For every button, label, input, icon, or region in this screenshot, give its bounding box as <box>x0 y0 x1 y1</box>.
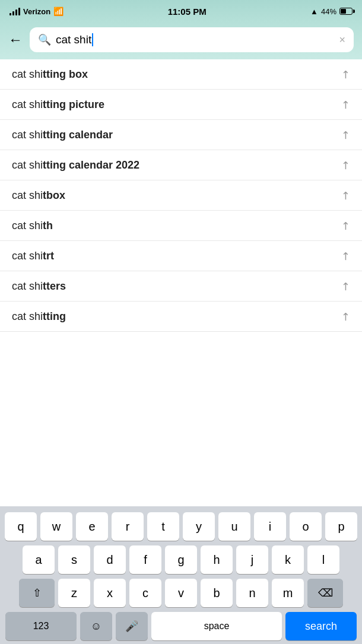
list-item[interactable]: cat shith ↗ <box>0 211 362 241</box>
key-w[interactable]: w <box>40 512 72 541</box>
keyboard-row-2: a s d f g h j k l <box>2 545 360 574</box>
numbers-key[interactable]: 123 <box>5 612 77 640</box>
key-g[interactable]: g <box>165 545 197 574</box>
keyboard-row-4: 123 ☺ 🎤 space search <box>2 612 360 640</box>
key-r[interactable]: r <box>112 512 144 541</box>
search-box[interactable]: 🔍 cat shit × <box>30 27 354 52</box>
text-cursor <box>92 33 93 46</box>
list-item[interactable]: cat shitting picture ↗ <box>0 90 362 120</box>
suggestion-text: cat shitting picture <box>12 99 104 111</box>
list-item[interactable]: cat shitting box ↗ <box>0 59 362 90</box>
carrier-label: Verizon <box>23 7 50 16</box>
keyboard-row-3: ⇧ z x c v b n m ⌫ <box>2 579 360 607</box>
search-input[interactable]: cat shit <box>56 33 334 46</box>
key-c[interactable]: c <box>129 579 161 607</box>
key-b[interactable]: b <box>201 579 233 607</box>
keyboard-row-1: q w e r t y u i o p <box>2 512 360 541</box>
suggestion-text: cat shitters <box>12 280 66 293</box>
key-s[interactable]: s <box>58 545 90 574</box>
suggestion-text: cat shitting <box>12 310 66 323</box>
key-t[interactable]: t <box>147 512 179 541</box>
key-n[interactable]: n <box>236 579 268 607</box>
suggestion-text: cat shitting calendar <box>12 129 113 141</box>
key-i[interactable]: i <box>254 512 286 541</box>
suggestion-text: cat shitrt <box>12 250 54 262</box>
status-right: ▲ 44% <box>310 7 353 16</box>
list-item[interactable]: cat shitting calendar 2022 ↗ <box>0 150 362 180</box>
arrow-icon: ↗ <box>338 309 353 324</box>
key-v[interactable]: v <box>165 579 197 607</box>
signal-bars-icon <box>9 7 20 15</box>
battery-icon <box>339 8 353 15</box>
key-j[interactable]: j <box>236 545 268 574</box>
battery-percentage: 44% <box>321 7 336 16</box>
key-k[interactable]: k <box>272 545 304 574</box>
list-item[interactable]: cat shitbox ↗ <box>0 180 362 211</box>
suggestion-text: cat shitting box <box>12 68 88 81</box>
keyboard: q w e r t y u i o p a s d f g h j k l ⇧ … <box>0 506 362 644</box>
back-button[interactable]: ← <box>8 33 23 47</box>
status-left: Verizon 📶 <box>9 7 63 16</box>
list-item[interactable]: cat shitrt ↗ <box>0 241 362 271</box>
search-button[interactable]: search <box>285 612 357 640</box>
suggestion-text: cat shitting calendar 2022 <box>12 159 139 172</box>
list-item[interactable]: cat shitting calendar ↗ <box>0 120 362 150</box>
key-z[interactable]: z <box>58 579 90 607</box>
arrow-icon: ↗ <box>338 278 353 294</box>
key-l[interactable]: l <box>307 545 339 574</box>
suggestion-text: cat shith <box>12 220 53 232</box>
backspace-key[interactable]: ⌫ <box>307 579 343 607</box>
key-x[interactable]: x <box>94 579 126 607</box>
wifi-icon: 📶 <box>53 7 63 16</box>
arrow-icon: ↗ <box>338 248 353 264</box>
suggestions-list: cat shitting box ↗ cat shitting picture … <box>0 59 362 332</box>
location-icon: ▲ <box>310 7 318 16</box>
key-e[interactable]: e <box>76 512 108 541</box>
search-area: ← 🔍 cat shit × <box>0 21 362 59</box>
arrow-icon: ↗ <box>338 127 353 142</box>
search-icon: 🔍 <box>38 33 51 46</box>
list-item[interactable]: cat shitting ↗ <box>0 302 362 331</box>
arrow-icon: ↗ <box>338 66 353 82</box>
shift-key[interactable]: ⇧ <box>19 579 55 607</box>
key-y[interactable]: y <box>183 512 215 541</box>
arrow-icon: ↗ <box>338 97 353 112</box>
microphone-key[interactable]: 🎤 <box>116 612 148 640</box>
status-bar: Verizon 📶 11:05 PM ▲ 44% <box>0 0 362 21</box>
key-p[interactable]: p <box>325 512 357 541</box>
search-query-text: cat shit <box>56 33 91 46</box>
emoji-key[interactable]: ☺ <box>80 612 112 640</box>
key-h[interactable]: h <box>201 545 233 574</box>
key-f[interactable]: f <box>129 545 161 574</box>
space-key[interactable]: space <box>151 612 282 640</box>
key-m[interactable]: m <box>272 579 304 607</box>
clear-button[interactable]: × <box>339 34 345 46</box>
key-d[interactable]: d <box>94 545 126 574</box>
key-u[interactable]: u <box>218 512 250 541</box>
key-a[interactable]: a <box>23 545 55 574</box>
key-o[interactable]: o <box>290 512 322 541</box>
suggestion-text: cat shitbox <box>12 189 65 202</box>
arrow-icon: ↗ <box>338 157 353 173</box>
time-label: 11:05 PM <box>168 7 207 17</box>
list-item[interactable]: cat shitters ↗ <box>0 271 362 302</box>
arrow-icon: ↗ <box>338 218 353 233</box>
arrow-icon: ↗ <box>338 188 353 203</box>
key-q[interactable]: q <box>5 512 37 541</box>
